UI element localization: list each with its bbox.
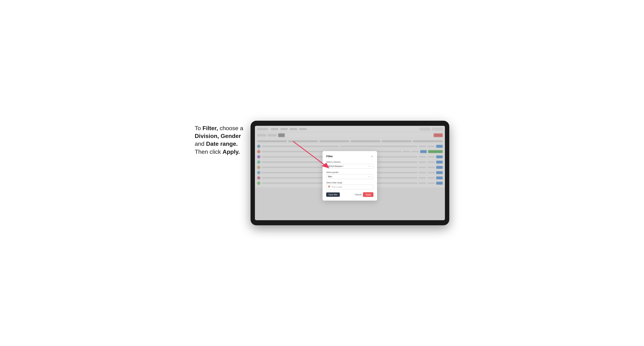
bold-apply: Apply. xyxy=(222,149,240,155)
tablet-screen: Filter × Select a division NCAA Division… xyxy=(255,126,445,220)
division-form-group: Select a division NCAA Division I × ⌄ xyxy=(326,161,374,169)
division-select-icons: × ⌄ xyxy=(368,165,372,167)
modal-footer: Clear filter Cancel Apply xyxy=(326,192,374,197)
tablet-wrapper: Filter × Select a division NCAA Division… xyxy=(250,121,449,225)
bold-division-gender: Division, Gender xyxy=(195,133,241,139)
gender-value: Men xyxy=(328,175,368,178)
date-form-group: Select Date range 📅 Pick a date xyxy=(326,181,374,189)
division-clear-icon[interactable]: × xyxy=(368,165,370,167)
gender-select[interactable]: Men × ⌄ xyxy=(326,174,374,179)
division-chevron-icon[interactable]: ⌄ xyxy=(370,165,372,167)
modal-header: Filter × xyxy=(326,155,374,158)
date-input[interactable]: 📅 Pick a date xyxy=(326,185,374,189)
clear-filter-button[interactable]: Clear filter xyxy=(326,192,340,197)
division-select[interactable]: NCAA Division I × ⌄ xyxy=(326,164,374,169)
bold-date-range: Date range. xyxy=(206,141,238,147)
apply-button[interactable]: Apply xyxy=(363,192,374,197)
division-value: NCAA Division I xyxy=(328,165,368,168)
modal-title: Filter xyxy=(326,155,333,158)
gender-form-group: Select gender Men × ⌄ xyxy=(326,171,374,179)
date-label: Select Date range xyxy=(326,181,374,184)
gender-clear-icon[interactable]: × xyxy=(368,175,370,177)
filter-modal: Filter × Select a division NCAA Division… xyxy=(322,151,377,201)
gender-label: Select gender xyxy=(326,171,374,173)
bold-filter: Filter, xyxy=(202,125,218,131)
gender-chevron-icon[interactable]: ⌄ xyxy=(370,175,372,177)
modal-footer-right: Cancel Apply xyxy=(355,192,374,197)
calendar-icon: 📅 xyxy=(328,186,330,188)
page-container: To Filter, choose a Division, Gender and… xyxy=(195,121,449,225)
gender-select-icons: × ⌄ xyxy=(368,175,372,177)
modal-overlay: Filter × Select a division NCAA Division… xyxy=(255,126,445,220)
modal-close-button[interactable]: × xyxy=(370,155,374,158)
cancel-button[interactable]: Cancel xyxy=(355,193,362,196)
instruction-text: To Filter, choose a Division, Gender and… xyxy=(195,121,243,156)
tablet-outer: Filter × Select a division NCAA Division… xyxy=(250,121,449,225)
date-placeholder: Pick a date xyxy=(332,186,342,188)
division-label: Select a division xyxy=(326,161,374,163)
